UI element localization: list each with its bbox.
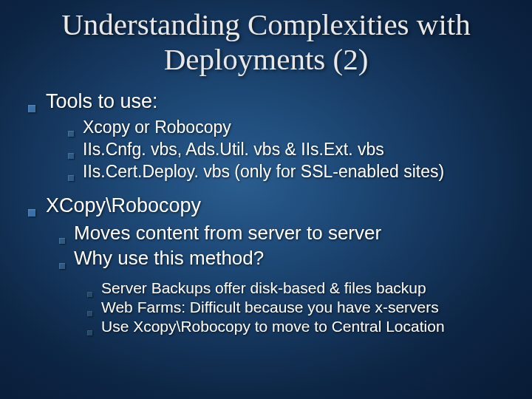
bullet-icon: [68, 131, 74, 137]
item-text: Server Backups offer disk-based & files …: [101, 279, 426, 297]
bullet-icon: [68, 175, 74, 181]
bullet-icon: [59, 238, 65, 244]
heading-text: XCopy\Robocopy: [46, 194, 201, 217]
bullet-icon: [68, 153, 74, 159]
list-item: Use Xcopy\Robocopy to move to Central Lo…: [87, 318, 510, 335]
section-heading: Tools to use:: [28, 90, 510, 113]
item-text: Web Farms: Difficult because you have x-…: [101, 299, 439, 316]
bullet-icon: [59, 263, 65, 269]
list-item: Why use this method?: [59, 247, 510, 270]
list-item: IIs.Cert.Deploy. vbs (only for SSL-enabl…: [68, 162, 510, 182]
slide-title: Understanding Complexities with Deployme…: [22, 7, 510, 77]
slide-container: Understanding Complexities with Deployme…: [0, 0, 532, 399]
bullet-icon: [87, 292, 92, 297]
section-heading: XCopy\Robocopy: [28, 194, 510, 217]
bullet-icon: [28, 209, 35, 216]
list-item: Web Farms: Difficult because you have x-…: [87, 299, 510, 316]
bullet-icon: [87, 311, 92, 316]
bullet-icon: [87, 330, 92, 335]
list-item: Xcopy or Robocopy: [68, 117, 510, 137]
list-item: IIs.Cnfg. vbs, Ads.Util. vbs & IIs.Ext. …: [68, 140, 510, 160]
item-text: Moves content from server to server: [74, 222, 381, 245]
item-text: Why use this method?: [74, 247, 264, 270]
item-text: Xcopy or Robocopy: [83, 117, 231, 137]
bullet-icon: [28, 105, 35, 112]
heading-text: Tools to use:: [46, 90, 158, 113]
list-item: Server Backups offer disk-based & files …: [87, 279, 510, 297]
item-text: IIs.Cert.Deploy. vbs (only for SSL-enabl…: [83, 162, 444, 182]
item-text: Use Xcopy\Robocopy to move to Central Lo…: [101, 318, 445, 335]
item-text: IIs.Cnfg. vbs, Ads.Util. vbs & IIs.Ext. …: [83, 140, 384, 160]
list-item: Moves content from server to server: [59, 222, 510, 245]
